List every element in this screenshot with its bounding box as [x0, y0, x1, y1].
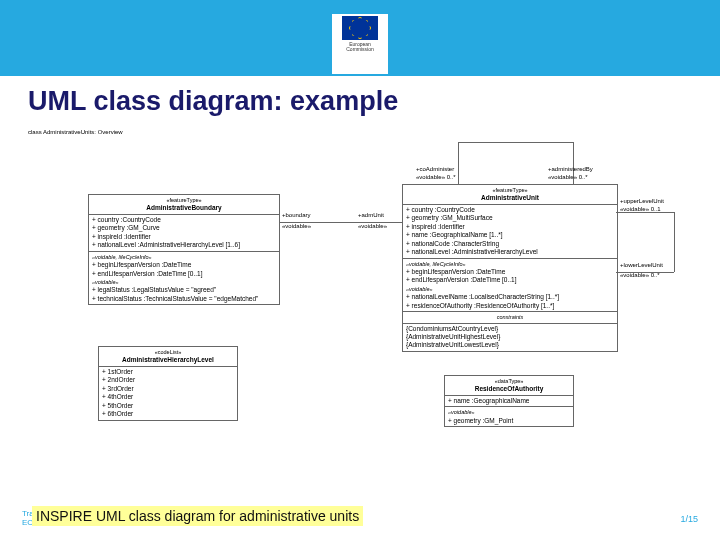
role-lower: +lowerLevelUnit: [620, 262, 663, 270]
class-administrative-unit: «featureType»AdministrativeUnit + countr…: [402, 184, 618, 352]
role-lower-card: «voidable» 0..*: [620, 272, 660, 280]
role-boundary-void: «voidable»: [282, 223, 311, 231]
role-admunit: +admUnit: [358, 212, 384, 220]
footer: TrainEC J INSPIRE UML class diagram for …: [22, 506, 698, 528]
page-counter: 1/15: [680, 514, 698, 524]
assoc-coadmin-top: [458, 142, 573, 143]
eu-flag-icon: [342, 16, 378, 40]
uml-diagram: class AdministrativeUnits: Overview «fea…: [28, 122, 710, 502]
class-residence-of-authority: «dataType»ResidenceOfAuthority + name :G…: [444, 375, 574, 427]
role-admunit-void: «voidable»: [358, 223, 387, 231]
role-upper: +upperLevelUnit: [620, 198, 664, 206]
role-coadminister: +coAdminister: [416, 166, 454, 174]
ec-logo: European Commission: [332, 14, 388, 74]
class-admin-hierarchy-level: «codeList»AdministrativeHierarchyLevel +…: [98, 346, 238, 421]
role-administeredby-card: «voidable» 0..*: [548, 174, 588, 182]
role-upper-card: «voidable» 0..1: [620, 206, 661, 214]
role-coadminister-card: «voidable» 0..*: [416, 174, 456, 182]
logo-text-2: Commission: [346, 47, 374, 52]
assoc-coadmin-left: [458, 142, 459, 184]
slide-caption: INSPIRE UML class diagram for administra…: [32, 506, 363, 526]
role-boundary: +boundary: [282, 212, 311, 220]
role-administeredby: +administeredBy: [548, 166, 593, 174]
assoc-upperlower-v: [674, 212, 675, 272]
page-title: UML class diagram: example: [28, 86, 398, 117]
class-administrative-boundary: «featureType»AdministrativeBoundary + co…: [88, 194, 280, 305]
diagram-caption: class AdministrativeUnits: Overview: [28, 129, 123, 137]
